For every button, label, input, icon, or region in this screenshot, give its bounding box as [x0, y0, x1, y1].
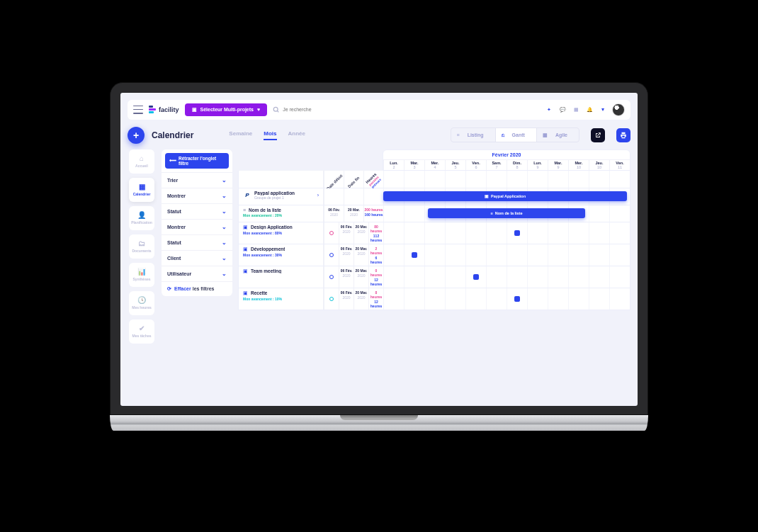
day-header: Ven.6: [465, 160, 486, 170]
home-icon: ⌂: [140, 154, 144, 162]
task-gantt-marker[interactable]: [514, 230, 520, 236]
status-dot: [329, 275, 334, 279]
col-date-end: Date fin: [347, 175, 361, 188]
multi-project-selector[interactable]: ▣ Sélecteur Multi-projets ♥: [185, 103, 268, 116]
project-name: Paypal application: [254, 191, 295, 196]
filter-clear[interactable]: ⟳ Effacer les filtres: [162, 281, 232, 296]
filter-retract-label: Rétracter l'onglet filtre: [179, 156, 225, 166]
folder-icon: ▣: [485, 194, 489, 198]
list-gantt-bar[interactable]: ≡ Nom de la liste: [428, 208, 586, 218]
task-name: Recette: [251, 290, 267, 295]
header-icons: ✦ 💬 ▦ 🔔 ▾: [545, 103, 625, 116]
task-progress: Mon avancement : 10%: [243, 297, 319, 301]
brand-logo[interactable]: facility: [149, 106, 179, 113]
filter-label: Montrer: [167, 225, 186, 230]
add-button[interactable]: +: [128, 127, 145, 144]
sidebar-item-label: Accueil: [135, 164, 148, 168]
sidebar-item-calendrier[interactable]: ▦Calendrier: [129, 178, 154, 202]
filter-label: Statut: [167, 240, 181, 245]
chevron-down-icon: ⌄: [222, 271, 227, 277]
chevron-down-icon: ⌄: [222, 208, 227, 215]
project-gantt-bar[interactable]: ▣ Paypal Application: [383, 191, 627, 201]
paypal-icon: P: [243, 191, 251, 199]
clock-icon: 🕓: [137, 296, 146, 304]
brand-text: facility: [159, 106, 179, 113]
project-row: P Paypal application Groupe de projet 1 …: [238, 188, 630, 205]
day-header: Ven.11: [609, 160, 630, 170]
sidebar-item-synthèses[interactable]: 📊Synthèses: [129, 263, 154, 287]
print-button[interactable]: [616, 128, 630, 142]
day-header: Sam.7: [486, 160, 507, 170]
calendar-icon: ▦: [139, 183, 145, 191]
collapse-icon: ⟵: [169, 158, 176, 164]
filter-montrer-3[interactable]: Montrer⌄: [162, 219, 232, 234]
day-header: Jeu.10: [589, 160, 609, 170]
sidebar-item-mes heures[interactable]: 🕓Mes heures: [129, 291, 154, 315]
filter-montrer-1[interactable]: Montrer⌄: [162, 188, 232, 203]
task-gantt-marker[interactable]: [412, 252, 417, 258]
filter-label: Utilisateur: [167, 271, 191, 276]
search-wrap: [273, 106, 539, 113]
list-name: Nom de la liste: [249, 208, 281, 213]
filter-clear-bold: Effacer: [174, 286, 191, 291]
day-header: Mar.3: [404, 160, 424, 170]
refresh-icon: ⟳: [167, 286, 171, 292]
chat-icon[interactable]: 💬: [558, 106, 567, 114]
bell-icon[interactable]: 🔔: [585, 106, 594, 114]
avatar[interactable]: [612, 103, 625, 116]
filter-utilisateur-6[interactable]: Utilisateur⌄: [162, 266, 232, 281]
chart-icon: 📊: [137, 268, 146, 276]
filter-statut-4[interactable]: Statut⌄: [162, 234, 232, 250]
day-header: Lun.9: [527, 160, 548, 170]
sidebar-item-mes tâches[interactable]: ✔Mes tâches: [129, 319, 154, 344]
list-icon: ≡: [243, 208, 246, 213]
dropdown-caret-icon[interactable]: ▾: [599, 106, 607, 114]
view-agile[interactable]: ▦ Agile: [537, 128, 579, 142]
period-tabs: Semaine Mois Année: [229, 130, 305, 140]
filter-clear-rest: les filtres: [193, 286, 215, 291]
chevron-down-icon: ⌄: [222, 255, 227, 261]
view-listing[interactable]: ≡ Listing: [451, 128, 495, 142]
sidebar-item-accueil[interactable]: ⌂Accueil: [129, 149, 154, 174]
task-row: ▣ Développement Mon avancement : 30% 06 …: [238, 244, 630, 266]
filter-retract-button[interactable]: ⟵ Rétracter l'onglet filtre: [165, 153, 229, 169]
day-header: Mar.9: [548, 160, 568, 170]
filter-client-5[interactable]: Client⌄: [162, 250, 232, 266]
heart-icon: ♥: [257, 107, 260, 112]
day-header: Dim.8: [507, 160, 527, 170]
tab-mois[interactable]: Mois: [264, 130, 276, 140]
sidebar-item-planification[interactable]: 👤Planification: [129, 206, 154, 230]
task-icon: ▣: [243, 268, 248, 274]
video-icon[interactable]: ▦: [572, 106, 580, 114]
project-bar-label: Paypal Application: [491, 194, 526, 198]
task-progress: Mon avancement : 30%: [243, 253, 319, 257]
chevron-right-icon[interactable]: ›: [317, 193, 319, 198]
task-gantt-marker[interactable]: [514, 296, 520, 302]
menu-toggle-icon[interactable]: [133, 106, 143, 114]
task-icon: ▣: [243, 225, 248, 230]
task-row: ▣ Design Application Mon avancement : 80…: [238, 222, 630, 244]
status-dot: [329, 253, 334, 257]
view-gantt[interactable]: ⎌ Gantt: [495, 128, 537, 142]
day-headers: Lun.2Mar.3Mer.4Jeu.5Ven.6Sam.7Dim.8Lun.9…: [383, 160, 630, 170]
search-input[interactable]: [283, 107, 539, 112]
task-name: Design Application: [251, 225, 293, 230]
day-header: Mer.10: [568, 160, 589, 170]
sidebar-item-documents[interactable]: 🗂Documents: [129, 234, 154, 259]
task-icon: ▣: [243, 247, 248, 252]
filter-statut-2[interactable]: Statut⌄: [162, 203, 232, 219]
multi-project-label: Sélecteur Multi-projets: [200, 107, 254, 112]
tab-annee[interactable]: Année: [288, 130, 305, 140]
day-header: Mer.4: [424, 160, 445, 170]
sidebar-item-label: Documents: [132, 249, 151, 253]
task-gantt-marker[interactable]: [473, 274, 479, 280]
tab-semaine[interactable]: Semaine: [229, 130, 252, 140]
svg-point-0: [273, 107, 278, 111]
task-icon: ▣: [243, 290, 248, 296]
filter-label: Montrer: [167, 193, 186, 198]
rocket-icon[interactable]: ✦: [545, 106, 553, 114]
view-agile-label: Agile: [550, 130, 573, 140]
sidebar-item-label: Mes tâches: [132, 334, 152, 338]
export-button[interactable]: [591, 128, 605, 142]
filter-trier-0[interactable]: Trier⌄: [162, 172, 232, 188]
